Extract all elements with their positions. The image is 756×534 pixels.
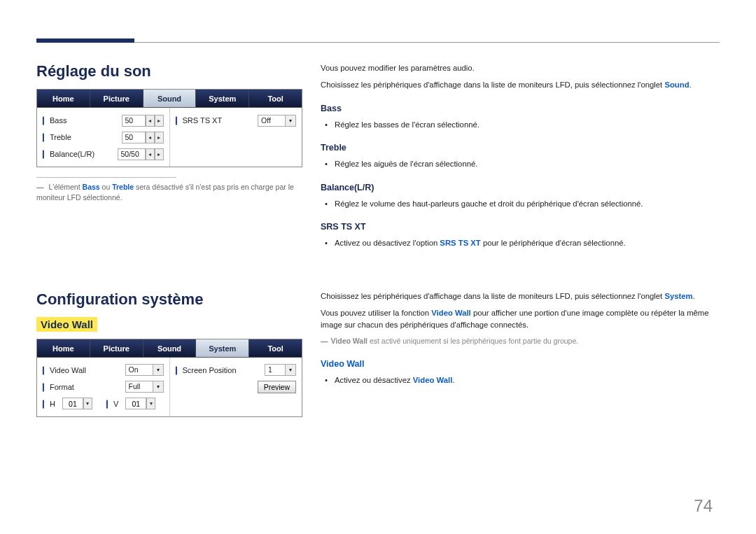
heading-bass: Bass [321,102,720,115]
chevron-down-icon[interactable]: ▾ [286,364,296,376]
section-title-system: Configuration système [36,290,295,309]
bullet-video-wall: Activez ou désactivez Video Wall. [335,374,720,386]
system-intro-2: Vous pouvez utiliser la fonction Video W… [321,307,720,330]
spinner-treble[interactable]: 50 ◂ ▸ [122,132,164,143]
label-v: V [106,400,118,408]
label-h: H [43,400,55,408]
tab-system[interactable]: System [196,90,249,107]
input-v[interactable] [125,398,146,409]
note-rule [36,177,176,178]
value-format: Full [125,381,153,393]
spinner-h[interactable]: ▾ [62,398,92,409]
label-treble: Treble [43,133,71,141]
header-rule [36,42,720,43]
bullet-treble: Réglez les aiguës de l'écran sélectionné… [335,158,720,169]
panel-system: Home Picture Sound System Tool Video Wal… [36,339,302,417]
value-bass: 50 [122,115,146,127]
tab-tool[interactable]: Tool [249,90,302,107]
label-format: Format [43,383,74,391]
label-balance: Balance(L/R) [43,150,94,158]
system-note: ―Video Wall est activé uniquement si les… [321,336,720,346]
heading-video-wall-hl: Video Wall [36,317,97,332]
bullet-srs: Activez ou désactivez l'option SRS TS XT… [335,237,720,248]
tab-sound[interactable]: Sound [144,339,197,357]
label-bass: Bass [43,116,66,125]
tab-tool[interactable]: Tool [249,339,302,357]
chevron-left-icon[interactable]: ◂ [146,115,155,127]
tab-home[interactable]: Home [37,339,90,357]
spinner-v[interactable]: ▾ [125,398,155,409]
label-srs: SRS TS XT [176,116,223,125]
tabbar-sound: Home Picture Sound System Tool [37,90,302,108]
value-video-wall: On [125,364,153,376]
dropdown-screen-position[interactable]: 1 ▾ [265,364,296,376]
tab-sound[interactable]: Sound [144,90,197,107]
dropdown-video-wall[interactable]: On ▾ [125,364,164,376]
chevron-right-icon[interactable]: ▸ [155,132,164,143]
chevron-down-icon[interactable]: ▾ [153,364,164,376]
panel-sound: Home Picture Sound System Tool Bass 50 ◂ [36,89,302,167]
chevron-left-icon[interactable]: ◂ [146,148,155,160]
chevron-down-icon[interactable]: ▾ [286,115,296,127]
chevron-up-down-icon[interactable]: ▾ [146,398,155,409]
intro-audio-1: Vous pouvez modifier les paramètres audi… [321,62,720,73]
tabbar-system: Home Picture Sound System Tool [37,339,302,358]
heading-srs: SRS TS XT [321,220,720,233]
chevron-right-icon[interactable]: ▸ [155,115,164,127]
page-number: 74 [694,496,713,516]
tab-picture[interactable]: Picture [90,90,144,107]
tab-system[interactable]: System [196,339,249,357]
heading-balance: Balance(L/R) [321,181,720,194]
tab-home[interactable]: Home [37,90,90,107]
chevron-left-icon[interactable]: ◂ [146,132,155,143]
value-treble: 50 [122,132,146,143]
bullet-bass: Réglez les basses de l'écran sélectionné… [335,119,720,130]
intro-audio-2: Choisissez les périphériques d'affichage… [321,79,720,90]
value-screen-position: 1 [265,364,286,376]
chevron-down-icon[interactable]: ▾ [153,381,164,393]
label-screen-position: Screen Position [176,366,237,374]
dropdown-format[interactable]: Full ▾ [125,381,164,393]
value-balance: 50/50 [118,148,146,160]
section-title-sound: Réglage du son [36,62,295,80]
footnote-sound: ― L'élément Bass ou Treble sera désactiv… [36,182,295,202]
preview-button[interactable]: Preview [258,381,296,393]
spinner-balance[interactable]: 50/50 ◂ ▸ [118,148,164,160]
chevron-right-icon[interactable]: ▸ [155,148,164,160]
heading-treble: Treble [321,141,720,154]
label-video-wall: Video Wall [43,366,86,374]
bullet-balance: Réglez le volume des haut-parleurs gauch… [335,198,720,209]
spinner-bass[interactable]: 50 ◂ ▸ [122,115,164,127]
heading-video-wall: Video Wall [321,358,720,370]
chevron-up-down-icon[interactable]: ▾ [83,398,92,409]
input-h[interactable] [62,398,83,409]
tab-picture[interactable]: Picture [90,339,144,357]
value-srs: Off [258,115,286,127]
system-intro-1: Choisissez les périphériques d'affichage… [321,290,720,302]
dropdown-srs[interactable]: Off ▾ [258,115,296,127]
